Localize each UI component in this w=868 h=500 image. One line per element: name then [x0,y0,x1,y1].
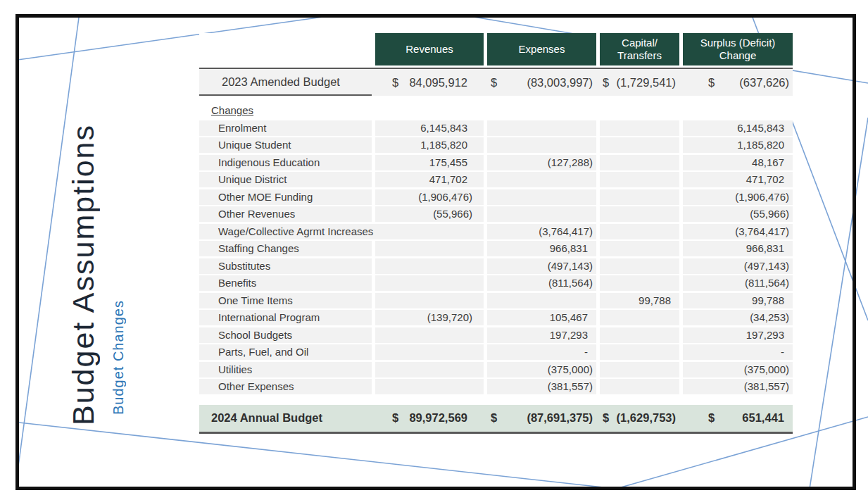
cell-expenses: (3,764,417) [487,224,596,239]
cell-revenues: $ 89,972,569 [375,411,484,425]
cell-revenues: 175,455 [375,155,484,170]
cell-expenses: (375,000) [487,362,596,377]
row-label: Other MOE Funding [199,189,372,205]
cell-expenses: (497,143) [487,258,596,274]
column-header-capital-transfers: Capital/ Transfers [600,33,679,65]
row-label: 2024 Annual Budget [199,411,372,425]
cell-surplus: 966,831 [683,241,793,256]
cell-capital [600,137,679,153]
row-label: Changes [199,103,372,118]
cell-capital [600,310,679,325]
cell-revenues: 1,185,820 [375,137,484,153]
table-row: Changes [199,103,793,118]
currency-symbol: $ [491,76,497,89]
cell-revenues [375,241,484,256]
table-row: Enrolment 6,145,843 6,145,843 [199,120,793,136]
decorative-line [810,118,868,489]
cell-expenses: $ (87,691,375) [487,411,596,425]
cell-capital [600,120,679,136]
column-header-surplus-deficit-change: Surplus (Deficit) Change [683,33,793,65]
cell-expenses [487,189,596,205]
cell-expenses: (811,564) [487,275,596,291]
currency-symbol: $ [392,411,398,425]
cell-revenues [375,327,484,343]
column-header-revenues: Revenues [375,33,484,65]
table-row: Other Expenses (381,557) (381,557) [199,379,793,394]
table-row: Unique District 471,702 471,702 [199,172,793,187]
table-row: Benefits (811,564) (811,564) [199,275,793,291]
row-spacer [199,396,793,405]
cell-revenues [375,258,484,274]
cell-surplus: - [683,344,793,360]
cell-surplus: (34,253) [683,310,793,325]
cell-revenues: (55,966) [375,206,484,222]
cell-expenses [487,120,596,136]
cell-capital [600,379,679,394]
cell-expenses [487,172,596,187]
cell-revenues [375,103,484,118]
cell-revenues: (139,720) [375,310,484,325]
row-label: International Program [199,310,372,325]
cell-surplus: (1,906,476) [683,189,793,205]
cell-revenues [375,379,484,394]
annual-budget-total-row: 2024 Annual Budget $ 89,972,569 $ (87,69… [199,405,793,434]
cell-revenues [375,293,484,308]
row-label: Unique Student [199,137,372,153]
cell-surplus: (381,557) [683,379,793,394]
cell-surplus [683,103,793,118]
title-block: Budget Assumptions Budget Changes [66,124,127,425]
cell-value: (1,729,541) [617,76,676,89]
cell-surplus: $ (637,626) [683,76,793,89]
table-row: Utilities (375,000) (375,000) [199,362,793,377]
row-label: Other Revenues [199,206,372,222]
cell-revenues [375,362,484,377]
cell-capital [600,258,679,274]
budget-table: Revenues Expenses Capital/ Transfers Sur… [199,33,793,434]
row-spacer [199,96,793,103]
row-label: One Time Items [199,293,372,308]
cell-expenses: (127,288) [487,155,596,170]
cell-revenues [375,275,484,291]
cell-revenues [375,344,484,360]
cell-value: 89,972,569 [409,411,467,425]
cell-value: 651,441 [742,411,784,425]
cell-expenses: 105,467 [487,310,596,325]
cell-capital [600,189,679,205]
cell-value: 84,095,912 [409,76,467,89]
table-row: Wage/Collective Agrmt Increases (3,764,4… [199,224,793,239]
cell-surplus: (811,564) [683,275,793,291]
cell-value: (87,691,375) [527,411,593,425]
cell-revenues: $ 84,095,912 [375,76,484,89]
table-row: School Budgets 197,293 197,293 [199,327,793,343]
cell-capital [600,362,679,377]
row-label: 2023 Amended Budget [199,69,372,96]
currency-symbol: $ [603,76,609,89]
cell-surplus: (55,966) [683,206,793,222]
cell-surplus: 471,702 [683,172,793,187]
cell-surplus: 99,788 [683,293,793,308]
cell-expenses: - [487,344,596,360]
row-label: Other Expenses [199,379,372,394]
row-label: Parts, Fuel, and Oil [199,344,372,360]
cell-capital [600,206,679,222]
table-row: Substitutes (497,143) (497,143) [199,258,793,274]
cell-value: (637,626) [739,76,789,89]
cell-surplus: 6,145,843 [683,120,793,136]
cell-expenses [487,103,596,118]
cell-surplus: 1,185,820 [683,137,793,153]
table-row: Indigenous Education 175,455 (127,288) 4… [199,155,793,170]
cell-capital: $ (1,629,753) [600,411,679,425]
currency-symbol: $ [392,76,398,89]
cell-expenses: (381,557) [487,379,596,394]
cell-surplus: (497,143) [683,258,793,274]
cell-capital [600,344,679,360]
table-row: Other MOE Funding (1,906,476) (1,906,476… [199,189,793,205]
table-row: Other Revenues (55,966) (55,966) [199,206,793,222]
table-row: Parts, Fuel, and Oil - - [199,344,793,360]
column-header-expenses: Expenses [487,33,596,65]
row-label: Substitutes [199,258,372,274]
row-label: Wage/Collective Agrmt Increases [199,224,484,239]
cell-value: (1,629,753) [617,411,676,425]
cell-revenues: 471,702 [375,172,484,187]
row-label: Benefits [199,275,372,291]
